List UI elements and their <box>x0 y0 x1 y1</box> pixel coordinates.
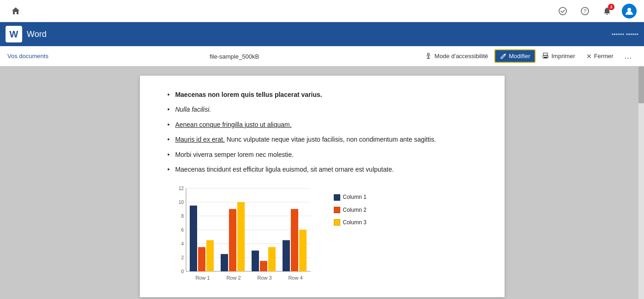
svg-rect-5 <box>543 53 548 55</box>
more-button[interactable]: ... <box>620 50 637 63</box>
app-title: Word <box>27 30 47 39</box>
legend-color-col1 <box>334 194 340 201</box>
svg-text:2: 2 <box>181 255 184 260</box>
svg-point-0 <box>559 7 566 15</box>
legend-item-col1: Column 1 <box>334 193 367 202</box>
list-item: Maecenas non lorem quis tellus placerat … <box>168 90 477 100</box>
close-label: Fermer <box>594 53 614 60</box>
svg-text:8: 8 <box>181 214 184 219</box>
legend-label-col2: Column 2 <box>343 206 367 215</box>
svg-rect-28 <box>229 209 236 271</box>
app-bar: W Word •••••• •••••• <box>0 22 644 46</box>
list-item: Aenean conque fringilla justo ut aliquam… <box>168 120 477 130</box>
notification-button[interactable]: 3 <box>600 4 614 18</box>
svg-point-4 <box>427 53 429 55</box>
list-item: Nulla facilisi. <box>168 104 477 114</box>
document-content: Maecenas non lorem quis tellus placerat … <box>168 90 477 285</box>
svg-rect-35 <box>299 230 307 271</box>
chart-area: 12 10 8 6 4 2 0 <box>168 184 325 285</box>
word-logo: W Word <box>6 26 47 42</box>
svg-text:4: 4 <box>181 241 184 246</box>
home-button[interactable] <box>7 3 24 19</box>
close-x-icon: ✕ <box>586 53 592 60</box>
print-label: Imprimer <box>551 53 575 60</box>
chart-legend: Column 1 Column 2 Column 3 <box>334 184 367 227</box>
legend-label-col1: Column 1 <box>343 193 367 202</box>
legend-label-col3: Column 3 <box>343 218 367 227</box>
help-button[interactable]: ? <box>578 4 592 18</box>
accessibility-label: Mode d'accessibilité <box>434 53 488 60</box>
modifier-label: Modifier <box>509 53 530 60</box>
toolbar: Vos documents file-sample_500kB Mode d'a… <box>0 46 644 66</box>
avatar[interactable] <box>622 4 637 18</box>
svg-rect-24 <box>190 206 197 272</box>
check-status-button[interactable] <box>555 4 570 18</box>
svg-text:0: 0 <box>181 269 184 274</box>
bar-chart-svg: 12 10 8 6 4 2 0 <box>168 184 325 285</box>
legend-color-col3 <box>334 219 340 226</box>
bullet-list: Maecenas non lorem quis tellus placerat … <box>168 90 477 174</box>
list-item: Morbi viverra semper lorem nec molestie. <box>168 150 477 160</box>
modifier-button[interactable]: Modifier <box>494 49 536 63</box>
chart-container: 12 10 8 6 4 2 0 <box>168 184 477 285</box>
svg-rect-29 <box>237 202 245 271</box>
document-area: Maecenas non lorem quis tellus placerat … <box>0 66 644 299</box>
svg-rect-27 <box>221 254 228 272</box>
system-bar-right: ? 3 <box>555 4 637 18</box>
legend-color-col2 <box>334 207 340 213</box>
document-page: Maecenas non lorem quis tellus placerat … <box>140 76 505 297</box>
svg-text:10: 10 <box>178 200 184 205</box>
close-button[interactable]: ✕ Fermer <box>582 50 618 62</box>
svg-text:?: ? <box>584 8 586 14</box>
svg-point-8 <box>547 56 548 57</box>
list-item: Maecenas tincidunt est efficitur ligula … <box>168 164 477 174</box>
list-item: Mauris id ex erat. Nunc vulputate neque … <box>168 134 477 144</box>
accessibility-button[interactable]: Mode d'accessibilité <box>420 50 493 62</box>
system-bar: ? 3 <box>0 0 644 22</box>
svg-text:6: 6 <box>181 227 184 233</box>
svg-rect-26 <box>206 240 214 272</box>
user-name: •••••• •••••• <box>612 31 638 38</box>
svg-rect-7 <box>544 57 547 58</box>
toolbar-actions: Mode d'accessibilité Modifier Imprimer ✕… <box>420 49 637 63</box>
print-button[interactable]: Imprimer <box>537 50 579 62</box>
svg-text:12: 12 <box>178 186 184 191</box>
svg-text:Row 1: Row 1 <box>195 275 210 281</box>
scrollbar-thumb[interactable] <box>638 66 644 103</box>
your-documents-link[interactable]: Vos documents <box>7 53 48 60</box>
more-dots-icon: ... <box>625 52 632 60</box>
svg-point-3 <box>627 8 631 12</box>
system-bar-left <box>7 3 24 19</box>
svg-text:Row 2: Row 2 <box>226 275 241 281</box>
svg-rect-32 <box>268 247 276 272</box>
svg-rect-30 <box>252 251 259 271</box>
svg-text:Row 3: Row 3 <box>257 275 271 281</box>
svg-rect-31 <box>260 261 267 272</box>
svg-rect-33 <box>283 240 290 272</box>
scrollbar-track[interactable] <box>638 66 644 299</box>
word-icon: W <box>6 26 22 42</box>
legend-item-col3: Column 3 <box>334 218 367 227</box>
file-name: file-sample_500kB <box>210 53 259 60</box>
notification-count: 3 <box>608 4 614 10</box>
svg-rect-25 <box>198 247 205 272</box>
svg-text:Row 4: Row 4 <box>288 275 302 281</box>
svg-rect-34 <box>291 209 298 271</box>
legend-item-col2: Column 2 <box>334 206 367 215</box>
